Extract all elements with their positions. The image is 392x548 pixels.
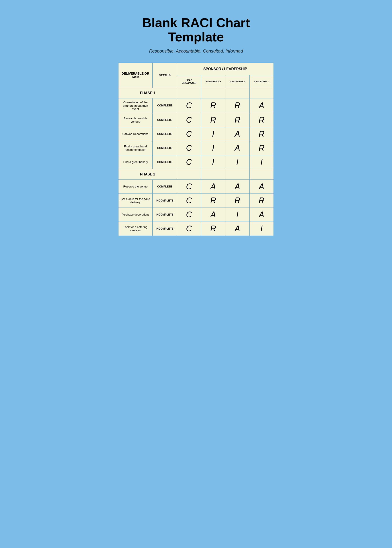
p2-row1-row: Set a date for the cake deliveryINCOMPLE… xyxy=(118,194,274,208)
p2-row2-lead: C xyxy=(177,208,201,222)
deliverable-header: DELIVERABLE OR TASK xyxy=(118,63,152,88)
p2-row3-a2: A xyxy=(225,222,249,236)
p2-row1-status: INCOMPLETE xyxy=(152,194,177,208)
page-container: Blank RACI Chart Template Responsible, A… xyxy=(118,9,274,236)
page-title: Blank RACI Chart Template xyxy=(118,16,274,44)
p2-row2-row: Purchase decorationsINCOMPLETECAIA xyxy=(118,208,274,222)
page-subtitle: Responsible, Accountable, Consulted, Inf… xyxy=(149,49,243,54)
table-body: PHASE 1 Consultation of the partners abo… xyxy=(118,88,274,236)
p1-row1-lead: C xyxy=(177,113,201,127)
p1-row2-row: Canvas DecorationsCOMPLETECIAR xyxy=(118,127,274,141)
p2-row0-row: Reserve the venueCOMPLETECAAA xyxy=(118,180,274,194)
p1-row1-a3: R xyxy=(249,113,274,127)
p1-row3-status: COMPLETE xyxy=(152,141,177,155)
p2-row3-a3: I xyxy=(249,222,274,236)
p1-row0-task: Consultation of the partners about their… xyxy=(118,98,152,113)
p1-row3-a1: I xyxy=(201,141,225,155)
p1-row0-row: Consultation of the partners about their… xyxy=(118,98,274,113)
assistant3-header: ASSISTANT 3 xyxy=(249,75,274,88)
p1-row1-task: Research possible venues xyxy=(118,113,152,127)
p2-row3-a1: R xyxy=(201,222,225,236)
p1-row2-lead: C xyxy=(177,127,201,141)
p2-row3-lead: C xyxy=(177,222,201,236)
main-header-row: DELIVERABLE OR TASK STATUS SPONSOR / LEA… xyxy=(118,63,274,75)
p2-row3-status: INCOMPLETE xyxy=(152,222,177,236)
p2-row3-task: Look for a catering services xyxy=(118,222,152,236)
p1-row4-status: COMPLETE xyxy=(152,155,177,169)
p1-row0-a3: A xyxy=(249,98,274,113)
p2-row2-a2: I xyxy=(225,208,249,222)
p2-row1-a2: R xyxy=(225,194,249,208)
p2-row0-a2: A xyxy=(225,180,249,194)
p2-row0-lead: C xyxy=(177,180,201,194)
p1-row2-a1: I xyxy=(201,127,225,141)
p2-row2-a3: A xyxy=(249,208,274,222)
sponsor-header: SPONSOR / LEADERSHIP xyxy=(177,63,274,75)
phase2-label: PHASE 2 xyxy=(118,169,177,180)
p2-row1-task: Set a date for the cake delivery xyxy=(118,194,152,208)
p2-row0-a1: A xyxy=(201,180,225,194)
p2-row0-a3: A xyxy=(249,180,274,194)
phase1-label: PHASE 1 xyxy=(118,88,177,98)
p2-row1-a1: R xyxy=(201,194,225,208)
p1-row0-a1: R xyxy=(201,98,225,113)
p1-row1-a2: R xyxy=(225,113,249,127)
p2-row0-status: COMPLETE xyxy=(152,180,177,194)
assistant1-header: ASSISTANT 1 xyxy=(201,75,225,88)
p1-row3-task: Find a great band recommendation xyxy=(118,141,152,155)
p1-row4-a2: I xyxy=(225,155,249,169)
p1-row0-status: COMPLETE xyxy=(152,98,177,113)
raci-table: DELIVERABLE OR TASK STATUS SPONSOR / LEA… xyxy=(118,62,274,236)
p1-row4-lead: C xyxy=(177,155,201,169)
p1-row4-a1: I xyxy=(201,155,225,169)
status-header: STATUS xyxy=(152,63,177,88)
p1-row3-row: Find a great band recommendationCOMPLETE… xyxy=(118,141,274,155)
p2-row0-task: Reserve the venue xyxy=(118,180,152,194)
p2-row2-a1: A xyxy=(201,208,225,222)
assistant2-header: ASSISTANT 2 xyxy=(225,75,249,88)
p1-row2-a3: R xyxy=(249,127,274,141)
p2-row2-status: INCOMPLETE xyxy=(152,208,177,222)
p2-row3-row: Look for a catering servicesINCOMPLETECR… xyxy=(118,222,274,236)
p1-row2-task: Canvas Decorations xyxy=(118,127,152,141)
p1-row2-a2: A xyxy=(225,127,249,141)
p1-row0-a2: R xyxy=(225,98,249,113)
p1-row3-a3: R xyxy=(249,141,274,155)
phase2-row: PHASE 2 xyxy=(118,169,274,180)
p1-row4-a3: I xyxy=(249,155,274,169)
p1-row3-lead: C xyxy=(177,141,201,155)
p2-row2-task: Purchase decorations xyxy=(118,208,152,222)
p1-row1-status: COMPLETE xyxy=(152,113,177,127)
p1-row1-row: Research possible venuesCOMPLETECRRR xyxy=(118,113,274,127)
p1-row1-a1: R xyxy=(201,113,225,127)
phase1-row: PHASE 1 xyxy=(118,88,274,98)
lead-organizer-header: LEAD ORGANIZER xyxy=(177,75,201,88)
p1-row2-status: COMPLETE xyxy=(152,127,177,141)
p1-row3-a2: A xyxy=(225,141,249,155)
p2-row1-a3: R xyxy=(249,194,274,208)
p1-row0-lead: C xyxy=(177,98,201,113)
p1-row4-row: Find a great bakeryCOMPLETECIII xyxy=(118,155,274,169)
p2-row1-lead: C xyxy=(177,194,201,208)
p1-row4-task: Find a great bakery xyxy=(118,155,152,169)
